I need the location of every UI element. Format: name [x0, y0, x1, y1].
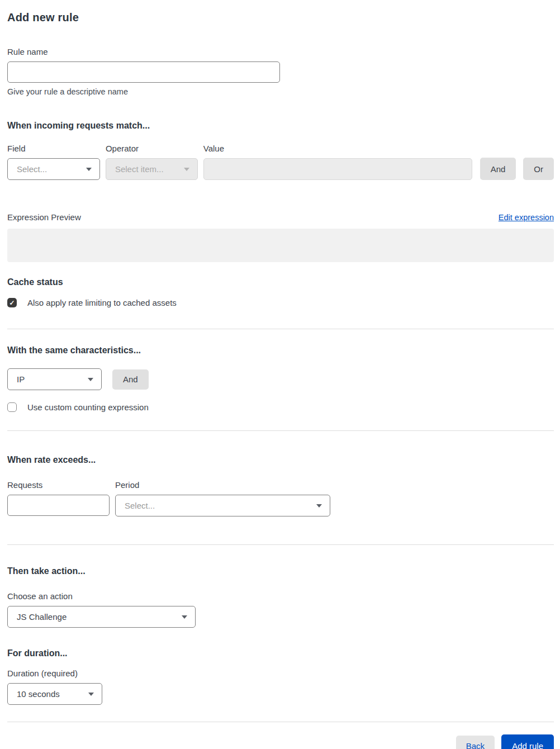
add-rule-form: Add new rule Rule name Give your rule a …	[0, 0, 560, 749]
divider	[7, 329, 554, 329]
rule-name-input[interactable]	[7, 61, 280, 83]
edit-expression-link[interactable]: Edit expression	[499, 213, 554, 222]
chevron-down-icon	[86, 168, 92, 171]
rule-name-label: Rule name	[7, 47, 554, 56]
section-heading-rate: When rate exceeds...	[7, 455, 554, 465]
divider	[7, 722, 554, 722]
chevron-down-icon	[184, 168, 189, 171]
duration-label: Duration (required)	[7, 669, 554, 678]
characteristic-and-button[interactable]: And	[112, 369, 149, 390]
chevron-down-icon	[182, 615, 187, 619]
period-label: Period	[115, 480, 330, 490]
back-button[interactable]: Back	[456, 736, 495, 749]
checkmark-icon: ✓	[9, 300, 15, 306]
custom-counting-label: Use custom counting expression	[27, 402, 149, 412]
field-label: Field	[7, 144, 100, 153]
duration-select-value: 10 seconds	[17, 689, 60, 699]
section-heading-action: Then take action...	[7, 566, 554, 576]
action-select[interactable]: JS Challenge	[7, 606, 196, 628]
value-input	[203, 158, 472, 180]
action-label: Choose an action	[7, 591, 554, 601]
or-button[interactable]: Or	[523, 158, 554, 180]
operator-label: Operator	[106, 144, 198, 153]
divider	[7, 544, 554, 545]
requests-input[interactable]	[7, 495, 110, 516]
duration-select[interactable]: 10 seconds	[7, 683, 102, 705]
rule-name-helper: Give your rule a descriptive name	[7, 87, 554, 96]
section-heading-duration: For duration...	[7, 648, 554, 658]
field-select-value: Select...	[17, 164, 47, 174]
and-button[interactable]: And	[480, 158, 516, 180]
period-select-value: Select...	[125, 501, 155, 510]
characteristic-select[interactable]: IP	[7, 368, 102, 390]
custom-counting-checkbox[interactable]	[7, 402, 17, 412]
page-title: Add new rule	[7, 11, 554, 24]
value-label: Value	[203, 144, 472, 153]
section-heading-characteristics: With the same characteristics...	[7, 345, 554, 355]
expression-preview-label: Expression Preview	[7, 212, 81, 222]
divider	[7, 430, 554, 431]
expression-preview-box	[7, 229, 554, 262]
cached-assets-label: Also apply rate limiting to cached asset…	[27, 298, 177, 307]
footer-actions: Back Add rule	[7, 734, 554, 749]
action-select-value: JS Challenge	[17, 612, 67, 622]
chevron-down-icon	[88, 378, 93, 381]
chevron-down-icon	[316, 504, 322, 508]
cached-assets-checkbox[interactable]: ✓	[7, 298, 17, 307]
section-heading-match: When incoming requests match...	[7, 121, 554, 131]
operator-select: Select item...	[106, 158, 198, 180]
section-heading-cache-status: Cache status	[7, 277, 554, 287]
field-select[interactable]: Select...	[7, 158, 100, 180]
period-select[interactable]: Select...	[115, 495, 330, 516]
operator-select-value: Select item...	[115, 164, 164, 174]
add-rule-button[interactable]: Add rule	[501, 734, 554, 749]
characteristic-select-value: IP	[17, 374, 25, 384]
chevron-down-icon	[88, 693, 94, 696]
requests-label: Requests	[7, 480, 110, 490]
